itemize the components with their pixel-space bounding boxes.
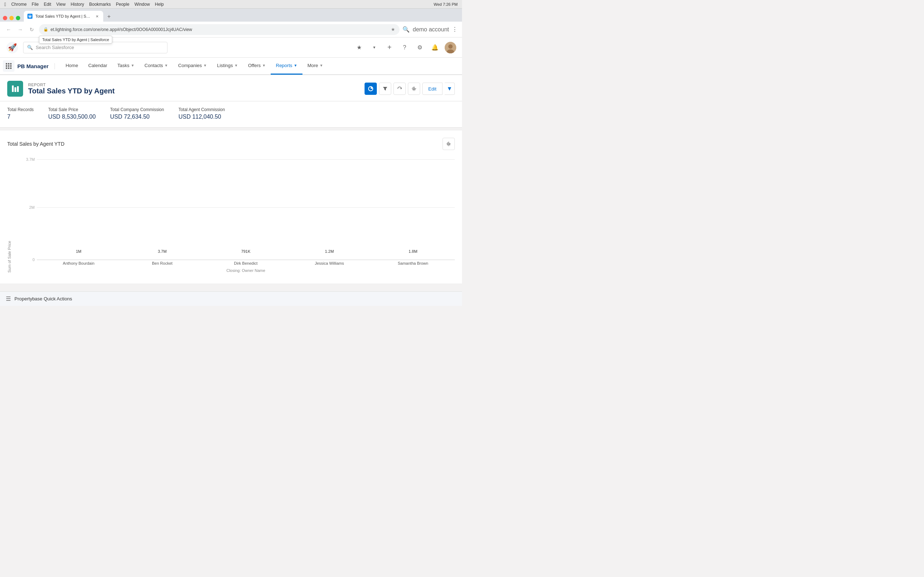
mac-menu-chrome[interactable]: Chrome [11, 2, 27, 7]
search-icon: 🔍 [27, 45, 33, 50]
user-avatar[interactable] [445, 42, 456, 53]
nav-item-offers[interactable]: Offers ▼ [243, 57, 271, 75]
svg-rect-12 [10, 65, 11, 67]
filter-button[interactable] [379, 82, 391, 95]
nav-item-reports[interactable]: Reports ▼ [271, 57, 302, 75]
mac-menu-bookmarks[interactable]: Bookmarks [89, 2, 111, 7]
mac-menu-left:  Chrome File Edit View History Bookmark… [4, 2, 164, 7]
x-label-ben: Ben Rocket [121, 261, 204, 266]
nav-item-tasks[interactable]: Tasks ▼ [112, 57, 139, 75]
mac-menu-history[interactable]: History [71, 2, 84, 7]
notifications-button[interactable]: 🔔 [430, 42, 440, 53]
edit-dropdown-button[interactable]: ▼ [445, 82, 455, 95]
total-sale-price-stat: Total Sale Price USD 8,530,500.00 [48, 107, 96, 120]
help-button[interactable]: ? [399, 42, 410, 53]
total-agent-commission-stat: Total Agent Commission USD 112,040.50 [178, 107, 225, 120]
x-label-jessica: Jessica Williams [288, 261, 372, 266]
total-agent-commission-value: USD 112,040.50 [178, 114, 225, 120]
search-placeholder: Search Salesforce [36, 45, 74, 50]
report-settings-button[interactable] [408, 82, 420, 95]
nav-item-contacts[interactable]: Contacts ▼ [139, 57, 173, 75]
mac-menu-bar:  Chrome File Edit View History Bookmark… [0, 0, 462, 9]
total-records-label: Total Records [7, 107, 34, 112]
tab-tooltip: Total Sales YTD by Agent | Salesforce [39, 36, 112, 44]
close-window-button[interactable] [3, 16, 7, 20]
mac-menu-help[interactable]: Help [155, 2, 164, 7]
svg-rect-18 [17, 86, 19, 92]
mac-time: Wed 7:26 PM [434, 2, 458, 6]
address-bar: ← → ↻ 🔒 et.lightning.force.com/one/one.a… [0, 22, 462, 37]
total-sale-price-value: USD 8,530,500.00 [48, 114, 96, 120]
svg-rect-17 [15, 87, 16, 92]
settings-button[interactable]: ⚙ [414, 42, 425, 53]
reports-dropdown-icon: ▼ [294, 63, 297, 68]
minimize-window-button[interactable] [10, 16, 14, 20]
browser-tab-active[interactable]: Total Sales YTD by Agent | Sal… ✕ [24, 11, 103, 22]
mac-menu-edit[interactable]: Edit [44, 2, 51, 7]
bar-ben: 3.7M [121, 249, 204, 255]
traffic-lights [3, 16, 20, 20]
edit-button[interactable]: Edit [422, 82, 443, 95]
mac-menu-file[interactable]: File [32, 2, 39, 7]
bar-samantha: 1.8M [371, 249, 455, 255]
mac-menu-window[interactable]: Window [134, 2, 150, 7]
chart-section: Total Sales by Agent YTD Sum of Sale Pri… [0, 131, 462, 284]
nav-item-companies[interactable]: Companies ▼ [173, 57, 212, 75]
chart-view-button[interactable] [365, 82, 377, 95]
fullscreen-window-button[interactable] [16, 16, 20, 20]
address-url: et.lightning.force.com/one/one.app#/sObj… [50, 27, 389, 32]
chart-header: Total Sales by Agent YTD [7, 138, 455, 150]
forward-button[interactable]: → [16, 25, 24, 34]
bookmark-star-icon[interactable]: ★ [391, 27, 395, 32]
back-button[interactable]: ← [4, 25, 13, 34]
bottom-bar: ☰ Propertybase Quick Actions [0, 292, 462, 306]
x-label-anthony: Anthony Bourdain [37, 261, 121, 266]
total-records-value: 7 [7, 114, 34, 120]
lock-icon: 🔒 [43, 27, 48, 32]
total-agent-commission-label: Total Agent Commission [178, 107, 225, 112]
chrome-tab-bar: Total Sales YTD by Agent | Sal… ✕ + [0, 9, 462, 22]
nav-item-home[interactable]: Home [61, 57, 83, 75]
mac-menu-people[interactable]: People [116, 2, 129, 7]
tab-close-button[interactable]: ✕ [95, 14, 100, 19]
favorites-dropdown-button[interactable]: ▼ [369, 42, 380, 53]
svg-rect-8 [8, 63, 10, 64]
svg-point-1 [30, 15, 31, 16]
search-lens-icon[interactable]: 🔍 [402, 26, 410, 33]
refresh-button[interactable] [393, 82, 406, 95]
x-label-dirk: Dirk Benedict [204, 261, 288, 266]
report-title: Total Sales YTD by Agent [28, 87, 360, 95]
chart-options-button[interactable] [443, 138, 455, 150]
add-button[interactable]: + [384, 42, 395, 53]
x-label-samantha: Samantha Brown [371, 261, 455, 266]
favorites-button[interactable]: ★ [354, 42, 365, 53]
svg-text:🚀: 🚀 [8, 43, 17, 52]
report-title-block: REPORT Total Sales YTD by Agent [28, 82, 360, 95]
chart-title: Total Sales by Agent YTD [7, 141, 65, 147]
bar-label-anthony: 1M [76, 249, 81, 253]
tab-favicon [27, 14, 32, 19]
svg-rect-16 [12, 85, 14, 92]
apple-icon[interactable]:  [4, 2, 6, 7]
new-tab-button[interactable]: + [104, 11, 114, 22]
address-input-wrap[interactable]: 🔒 et.lightning.force.com/one/one.app#/sO… [39, 24, 399, 35]
svg-rect-7 [6, 63, 7, 64]
bars-wrapper: 1M 3.7M 791K 1.2M [37, 161, 455, 255]
total-company-commission-stat: Total Company Commission USD 72,634.50 [110, 107, 164, 120]
header-icons: ★ ▼ + ? ⚙ 🔔 [354, 42, 456, 53]
hamburger-icon[interactable]: ☰ [6, 295, 11, 302]
total-sale-price-label: Total Sale Price [48, 107, 96, 112]
more-options-icon[interactable]: ⋮ [452, 26, 458, 33]
mac-status-right: Wed 7:26 PM [434, 2, 458, 6]
stats-row: Total Records 7 Total Sale Price USD 8,5… [0, 102, 462, 128]
address-bar-actions: 🔍 demo account ⋮ [402, 26, 458, 33]
nav-item-listings[interactable]: Listings ▼ [212, 57, 243, 75]
nav-item-calendar[interactable]: Calendar [83, 57, 112, 75]
account-label: demo account [412, 26, 449, 33]
nav-item-more[interactable]: More ▼ [302, 57, 328, 75]
app-grid-icon[interactable] [3, 60, 15, 72]
mac-menu-view[interactable]: View [56, 2, 66, 7]
y-axis-label: Sum of Sale Price [7, 157, 11, 272]
reload-button[interactable]: ↻ [27, 25, 36, 34]
contacts-dropdown-icon: ▼ [165, 63, 168, 68]
